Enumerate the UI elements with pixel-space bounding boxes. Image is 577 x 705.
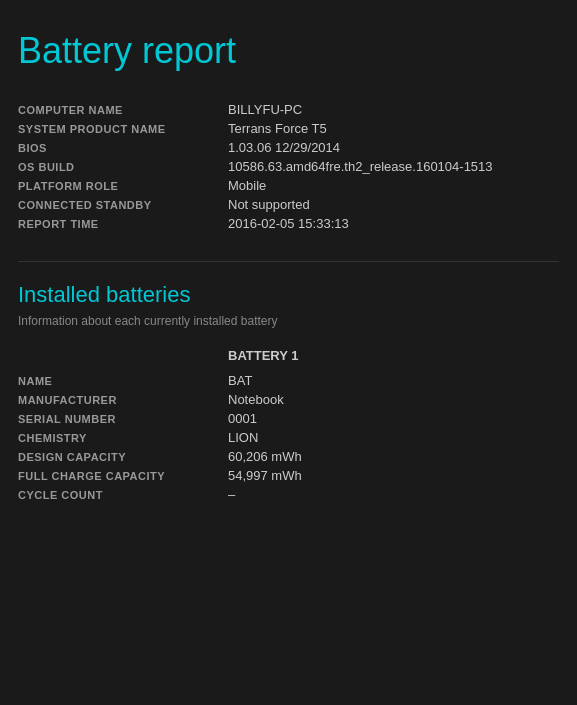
battery-row: CYCLE COUNT– <box>18 487 559 502</box>
battery-row: CHEMISTRYLION <box>18 430 559 445</box>
battery-value: BAT <box>228 373 252 388</box>
info-value: Terrans Force T5 <box>228 121 327 136</box>
info-row: BIOS1.03.06 12/29/2014 <box>18 140 559 155</box>
info-value: 2016-02-05 15:33:13 <box>228 216 349 231</box>
battery-value: 54,997 mWh <box>228 468 302 483</box>
battery-block: BATTERY 1NAMEBATMANUFACTURERNotebookSERI… <box>18 348 559 502</box>
system-info-section: COMPUTER NAMEBILLYFU-PCSYSTEM PRODUCT NA… <box>18 102 559 231</box>
battery-label: CYCLE COUNT <box>18 489 228 501</box>
battery-row: NAMEBAT <box>18 373 559 388</box>
battery-row: SERIAL NUMBER0001 <box>18 411 559 426</box>
battery-row: FULL CHARGE CAPACITY54,997 mWh <box>18 468 559 483</box>
info-value: 10586.63.amd64fre.th2_release.160104-151… <box>228 159 493 174</box>
battery-label: MANUFACTURER <box>18 394 228 406</box>
battery-label: SERIAL NUMBER <box>18 413 228 425</box>
battery-label: FULL CHARGE CAPACITY <box>18 470 228 482</box>
info-label: REPORT TIME <box>18 218 228 230</box>
info-row: PLATFORM ROLEMobile <box>18 178 559 193</box>
battery-value: – <box>228 487 235 502</box>
info-row: OS BUILD10586.63.amd64fre.th2_release.16… <box>18 159 559 174</box>
battery-label: DESIGN CAPACITY <box>18 451 228 463</box>
info-value: Mobile <box>228 178 266 193</box>
battery-value: 0001 <box>228 411 257 426</box>
page-title: Battery report <box>18 30 559 72</box>
battery-value: Notebook <box>228 392 284 407</box>
info-row: SYSTEM PRODUCT NAMETerrans Force T5 <box>18 121 559 136</box>
battery-label: NAME <box>18 375 228 387</box>
info-row: COMPUTER NAMEBILLYFU-PC <box>18 102 559 117</box>
info-label: PLATFORM ROLE <box>18 180 228 192</box>
info-value: 1.03.06 12/29/2014 <box>228 140 340 155</box>
installed-batteries-heading: Installed batteries <box>18 282 559 308</box>
info-row: CONNECTED STANDBYNot supported <box>18 197 559 212</box>
battery-value: LION <box>228 430 258 445</box>
info-row: REPORT TIME2016-02-05 15:33:13 <box>18 216 559 231</box>
info-value: Not supported <box>228 197 310 212</box>
section-divider <box>18 261 559 262</box>
battery-header: BATTERY 1 <box>18 348 559 363</box>
info-label: COMPUTER NAME <box>18 104 228 116</box>
battery-label: CHEMISTRY <box>18 432 228 444</box>
info-value: BILLYFU-PC <box>228 102 302 117</box>
info-label: BIOS <box>18 142 228 154</box>
battery-row: MANUFACTURERNotebook <box>18 392 559 407</box>
info-label: CONNECTED STANDBY <box>18 199 228 211</box>
battery-value: 60,206 mWh <box>228 449 302 464</box>
installed-batteries-description: Information about each currently install… <box>18 314 559 328</box>
info-label: OS BUILD <box>18 161 228 173</box>
battery-row: DESIGN CAPACITY60,206 mWh <box>18 449 559 464</box>
info-label: SYSTEM PRODUCT NAME <box>18 123 228 135</box>
